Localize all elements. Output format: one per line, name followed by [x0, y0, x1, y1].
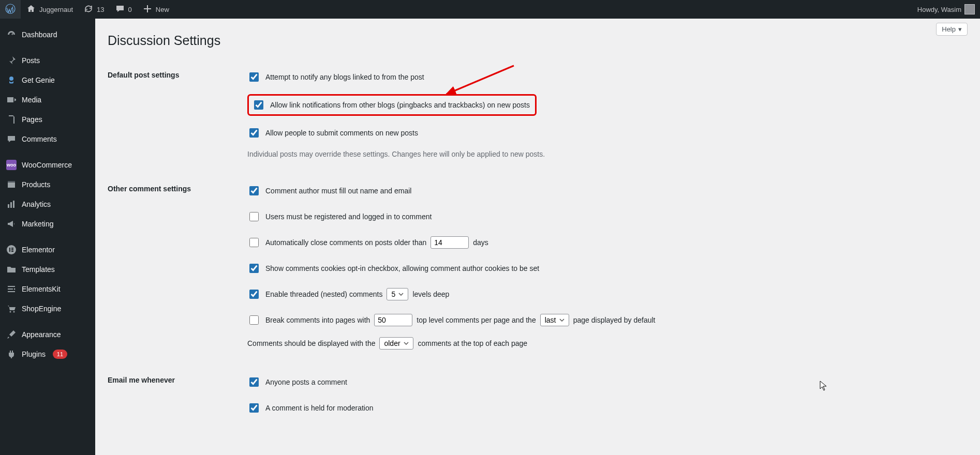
option-label: Allow link notifications from other blog… [270, 101, 530, 109]
option-threaded[interactable]: Enable threaded (nested) comments [247, 288, 382, 300]
elementor-icon [6, 245, 17, 255]
option-pingback-in[interactable]: Allow link notifications from other blog… [252, 99, 530, 111]
help-label: Help [942, 25, 956, 33]
site-name-link[interactable]: Juggernaut [21, 0, 78, 19]
updates-link[interactable]: 13 [78, 0, 109, 19]
sidebar-item-label: ShopEngine [22, 305, 61, 313]
sidebar-item-getgenie[interactable]: Get Genie [0, 70, 95, 90]
option-paginate[interactable]: Break comments into pages with [247, 314, 370, 326]
input-close-days[interactable] [430, 236, 469, 249]
row-heading-default-post: Default post settings [108, 60, 242, 174]
sidebar-item-shopengine[interactable]: ShopEngine [0, 299, 95, 318]
option-label: Attempt to notify any blogs linked to fr… [265, 73, 424, 81]
sidebar-item-marketing[interactable]: Marketing [0, 214, 95, 234]
wp-logo-menu[interactable] [0, 0, 21, 19]
option-label-mid: top level comments per page and the [417, 316, 536, 324]
checkbox-auto-close[interactable] [249, 238, 259, 247]
help-tab-button[interactable]: Help ▾ [936, 23, 968, 36]
option-label-suffix: levels deep [412, 290, 449, 298]
input-per-page[interactable] [374, 314, 412, 326]
main-content: Help ▾ Discussion Settings Default post … [95, 19, 980, 455]
comments-count: 0 [128, 6, 132, 13]
option-label: Break comments into pages with [265, 316, 370, 324]
option-must-register[interactable]: Users must be registered and logged in t… [247, 210, 432, 223]
sidebar-item-label: Posts [22, 56, 40, 65]
page-icon [6, 114, 17, 125]
sidebar-item-media[interactable]: Media [0, 90, 95, 110]
option-anyone-posts[interactable]: Anyone posts a comment [247, 376, 347, 388]
sidebar-item-elementor[interactable]: Elementor [0, 240, 95, 260]
sidebar-item-products[interactable]: Products [0, 175, 95, 194]
checkbox-allow-comments[interactable] [249, 128, 259, 138]
page-title: Discussion Settings [108, 33, 968, 48]
sidebar-item-label: Templates [22, 265, 55, 274]
sidebar-item-posts[interactable]: Posts [0, 51, 95, 70]
sidebar-item-label: Marketing [22, 220, 53, 228]
row-heading-other-comment: Other comment settings [108, 174, 242, 366]
option-auto-close[interactable]: Automatically close comments on posts ol… [247, 236, 426, 249]
svg-rect-12 [11, 249, 13, 250]
sidebar-item-appearance[interactable]: Appearance [0, 325, 95, 344]
new-content-link[interactable]: New [137, 0, 174, 19]
checkbox-pingback-out[interactable] [249, 72, 259, 82]
select-default-page[interactable]: last [540, 314, 569, 326]
checkbox-must-register[interactable] [249, 212, 259, 221]
select-thread-depth[interactable]: 5 [387, 288, 408, 300]
checkbox-anyone-posts[interactable] [249, 377, 259, 387]
option-label: Allow people to submit comments on new p… [265, 129, 418, 137]
option-cookies-opt[interactable]: Show comments cookies opt-in checkbox, a… [247, 262, 539, 275]
megaphone-icon [6, 219, 17, 229]
select-comment-order[interactable]: older [379, 337, 413, 350]
folder-icon [6, 264, 17, 275]
checkbox-author-fill[interactable] [249, 186, 259, 195]
elementskit-icon [6, 284, 17, 294]
option-held-moderation[interactable]: A comment is held for moderation [247, 402, 374, 414]
products-icon [6, 179, 17, 190]
option-label-suffix: page displayed by default [573, 316, 656, 324]
annotation-highlight-box: Allow link notifications from other blog… [247, 94, 537, 116]
admin-sidebar: Dashboard Posts Get Genie Media [0, 19, 95, 455]
sidebar-item-analytics[interactable]: Analytics [0, 194, 95, 214]
svg-rect-15 [8, 289, 13, 290]
sidebar-item-label: WooCommerce [22, 161, 72, 169]
sidebar-item-label: Comments [22, 135, 57, 143]
option-label: Anyone posts a comment [265, 378, 347, 386]
svg-rect-13 [11, 251, 13, 252]
comments-link[interactable]: 0 [110, 0, 137, 19]
sidebar-item-pages[interactable]: Pages [0, 110, 95, 129]
updates-count: 13 [97, 6, 104, 13]
checkbox-threaded[interactable] [249, 290, 259, 299]
sidebar-item-woocommerce[interactable]: woo WooCommerce [0, 155, 95, 175]
sidebar-item-label: Get Genie [22, 76, 55, 84]
checkbox-paginate[interactable] [249, 315, 259, 325]
option-pingback-out[interactable]: Attempt to notify any blogs linked to fr… [247, 71, 424, 83]
option-label-suffix: days [473, 238, 488, 247]
svg-rect-11 [11, 248, 13, 249]
checkbox-cookies-opt[interactable] [249, 264, 259, 273]
checkbox-held-moderation[interactable] [249, 403, 259, 413]
chevron-down-icon: ▾ [958, 25, 962, 33]
sidebar-item-elementskit[interactable]: ElementsKit [0, 279, 95, 299]
sidebar-item-label: Plugins [22, 350, 46, 358]
sidebar-item-label: Media [22, 96, 41, 104]
override-note: Individual posts may override these sett… [247, 150, 962, 158]
wordpress-icon [5, 4, 16, 16]
svg-point-18 [13, 311, 15, 313]
option-allow-comments[interactable]: Allow people to submit comments on new p… [247, 127, 418, 139]
option-label: Show comments cookies opt-in checkbox, a… [265, 264, 539, 272]
svg-rect-16 [8, 291, 15, 292]
sidebar-item-templates[interactable]: Templates [0, 260, 95, 279]
brush-icon [6, 329, 17, 340]
sidebar-item-dashboard[interactable]: Dashboard [0, 25, 95, 44]
sidebar-item-label: Pages [22, 115, 42, 124]
my-account-link[interactable]: Howdy, Wasim [912, 0, 980, 19]
cart-icon [6, 304, 17, 314]
home-icon [26, 4, 36, 16]
sidebar-item-plugins[interactable]: Plugins 11 [0, 344, 95, 364]
sidebar-item-comments[interactable]: Comments [0, 129, 95, 149]
plugin-icon [6, 349, 17, 359]
comment-icon [6, 134, 17, 144]
checkbox-pingback-in[interactable] [254, 100, 263, 110]
svg-point-17 [10, 311, 11, 313]
option-author-fill[interactable]: Comment author must fill out name and em… [247, 185, 411, 197]
